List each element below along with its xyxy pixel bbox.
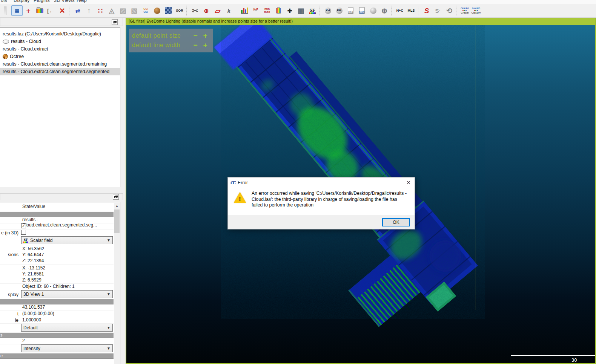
property-label <box>0 223 20 229</box>
cloud-cloud-distance-icon[interactable]: CCCC <box>140 5 151 16</box>
clone-icon[interactable]: ⇄ <box>72 5 83 16</box>
unroll-icon[interactable]: ⟲ <box>444 5 455 16</box>
property-row: 43,101,537 <box>0 304 114 311</box>
increase-button[interactable]: + <box>200 41 210 49</box>
menu-item-display[interactable]: Display <box>14 0 30 3</box>
decrease-button[interactable]: − <box>190 41 200 49</box>
compute-normals-icon[interactable]: ▧ <box>129 5 140 16</box>
menu-item-plugins[interactable]: Plugins <box>34 0 50 3</box>
kd-tree-icon[interactable]: Kd <box>322 5 333 16</box>
property-value <box>21 230 113 235</box>
property-value: Intensity▼ <box>21 344 113 352</box>
dbtree-float-button[interactable] <box>112 19 118 25</box>
property-row: ✓ <box>0 223 114 230</box>
csv-file-icon[interactable]: CSV <box>356 5 367 16</box>
tree-item[interactable]: results - Cloud.extract.clean.segmented.… <box>0 60 120 68</box>
globe-icon[interactable]: ⊕ <box>379 5 390 16</box>
s-curve-red-icon[interactable]: S <box>421 5 432 16</box>
sphere-icon[interactable] <box>367 5 379 16</box>
property-label <box>0 304 20 310</box>
checkbox[interactable] <box>21 230 26 235</box>
mls-smoothing-icon[interactable]: MLS <box>406 5 417 16</box>
error-dialog-titlebar[interactable]: CC Error ✕ <box>228 177 415 188</box>
toolbar-separator <box>391 6 393 15</box>
property-row: le1.000000 <box>0 317 114 324</box>
combo-box[interactable]: Default▼ <box>21 324 113 332</box>
menu-item-3d-views[interactable]: 3D Views <box>54 0 75 3</box>
error-dialog-title: Error <box>238 180 248 185</box>
increase-button[interactable]: + <box>200 32 210 40</box>
dbtree-dock-titlebar[interactable] <box>0 18 123 26</box>
delete-icon[interactable]: ✕ <box>57 5 68 16</box>
s-curve-gray-icon[interactable]: S· <box>432 5 444 16</box>
3d-viewport[interactable]: [GL filter] EyeDome Lighting (disable no… <box>126 18 596 364</box>
save-icon[interactable]: [← <box>45 5 57 16</box>
merge-icon[interactable]: ↑ <box>83 5 95 16</box>
sample-points-icon[interactable]: ▨ <box>117 5 129 16</box>
glyph-label: minmax <box>264 8 270 14</box>
error-message: An error occurred while saving 'C:/Users… <box>252 191 409 208</box>
clipping-box-icon[interactable]: ▱ <box>212 5 223 16</box>
shp-file-icon[interactable]: SHP <box>345 5 356 16</box>
toolbar-separator <box>69 6 71 15</box>
glyph: + <box>26 7 30 14</box>
sf-color-scale-icon[interactable]: SF <box>307 5 318 16</box>
combo-box[interactable]: 3D View 1▼ <box>21 290 113 298</box>
pivot-cross-icon[interactable]: ⊕ <box>201 5 212 16</box>
sf-arithmetic-icon[interactable]: ▦ <box>295 5 307 16</box>
combo-box[interactable]: Intensity▼ <box>21 344 113 352</box>
canupo-create-icon[interactable]: CANUPOCreate <box>459 5 470 16</box>
tree-item-label: results - Cloud <box>11 39 41 44</box>
clipped-icon[interactable] <box>0 5 11 16</box>
scroll-up-icon[interactable]: ▲ <box>114 203 120 209</box>
subsample-icon[interactable]: ∷ <box>95 5 106 16</box>
qpcv-icon[interactable] <box>151 5 163 16</box>
properties-header-row: State/Value <box>0 202 120 211</box>
properties-scrollbar[interactable]: ▲ ▼ <box>114 203 120 364</box>
min-max-filter-icon[interactable]: minmax <box>261 5 273 16</box>
tree-item[interactable]: Octree <box>0 53 120 60</box>
normals-plus-curvature-icon[interactable]: N+C <box>394 5 406 16</box>
tree-item-label: Octree <box>10 54 24 59</box>
tree-item[interactable]: results - Cloud <box>0 38 120 45</box>
tree-item[interactable]: results - Cloud.extract.clean.segmented.… <box>0 68 120 75</box>
delete-scalar-field-icon[interactable] <box>273 5 284 16</box>
fast-marching-icon[interactable]: FM <box>333 5 345 16</box>
glyph: ✕ <box>59 7 65 14</box>
close-icon[interactable]: ✕ <box>402 177 415 188</box>
scrollbar-thumb[interactable] <box>114 210 120 233</box>
chevron-down-icon: ▼ <box>107 346 111 350</box>
properties-dock-titlebar[interactable] <box>0 193 123 200</box>
histogram-glyph <box>241 8 248 14</box>
histogram-icon[interactable] <box>239 5 250 16</box>
glyph: ◬ <box>109 7 115 14</box>
menu-item-ols[interactable]: ols <box>1 0 7 3</box>
sor-filter-icon[interactable]: SOR <box>174 5 185 16</box>
open-file-icon[interactable] <box>34 5 45 16</box>
overlay-row: default point size−+ <box>132 31 210 40</box>
combo-value: Intensity <box>23 346 40 351</box>
checkerboard-icon[interactable] <box>163 5 174 16</box>
canupo-classify-icon[interactable]: CANUPOClassify <box>470 5 482 16</box>
canupo-glyph: CANUPOCreate <box>461 8 469 14</box>
combo-box[interactable]: SFScalar field▼ <box>21 236 113 244</box>
properties-list-icon[interactable]: ≣ <box>11 5 23 16</box>
sphere-glyph <box>370 8 376 14</box>
property-value: Default▼ <box>21 324 113 332</box>
menu-item-help[interactable]: Help <box>77 0 87 3</box>
property-section-header: s <box>0 333 114 338</box>
apply-transformation-icon[interactable]: + <box>23 5 34 16</box>
add-scalar-field-icon[interactable]: ✚ <box>284 5 295 16</box>
tree-item[interactable]: results.laz (C:/Users/Korisnik/Desktop/D… <box>0 30 120 38</box>
trace-polyline-icon[interactable]: k <box>223 5 235 16</box>
checker-glyph <box>165 7 172 14</box>
glyph: ↑ <box>87 7 91 14</box>
mesh-icon[interactable]: ◬ <box>106 5 117 16</box>
decrease-button[interactable]: − <box>190 32 200 40</box>
tree-item[interactable]: results - Cloud.extract <box>0 45 120 53</box>
properties-float-button[interactable] <box>113 194 119 200</box>
checkbox[interactable]: ✓ <box>21 223 26 228</box>
gaussian-filter-icon[interactable]: μ,σ⌒ <box>250 5 261 16</box>
scissors-segment-icon[interactable]: ✂ <box>189 5 201 16</box>
ok-button[interactable]: OK <box>382 218 410 226</box>
